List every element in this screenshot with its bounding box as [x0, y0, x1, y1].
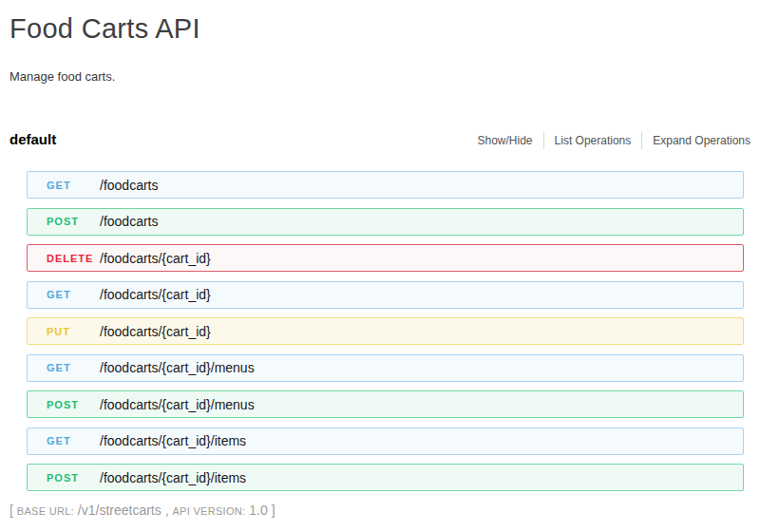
endpoint-row[interactable]: POST/foodcarts/{cart_id}/items	[27, 464, 744, 491]
footer-comma: ,	[165, 503, 169, 518]
expand-operations-link[interactable]: Expand Operations	[641, 132, 750, 149]
resource-section-header: default Show/Hide List Operations Expand…	[10, 131, 750, 149]
http-method-badge: DELETE	[47, 253, 100, 264]
endpoints-list: GET/foodcartsPOST/foodcartsDELETE/foodca…	[27, 171, 744, 491]
http-method-badge: GET	[47, 362, 100, 373]
http-method-badge: POST	[47, 472, 100, 484]
api-docs-page: Food Carts API Manage food carts. defaul…	[0, 0, 760, 532]
list-operations-link[interactable]: List Operations	[543, 132, 642, 149]
api-version-value: 1.0	[249, 503, 267, 518]
endpoint-row[interactable]: DELETE/foodcarts/{cart_id}	[27, 244, 744, 272]
endpoint-path-link[interactable]: /foodcarts/{cart_id}	[100, 251, 211, 266]
endpoint-path-link[interactable]: /foodcarts/{cart_id}/items	[100, 433, 246, 448]
endpoint-row[interactable]: GET/foodcarts/{cart_id}/menus	[27, 354, 744, 382]
endpoint-path-link[interactable]: /foodcarts/{cart_id}/items	[100, 470, 246, 485]
endpoint-path-link[interactable]: /foodcarts	[100, 178, 158, 193]
endpoint-path-link[interactable]: /foodcarts	[100, 214, 158, 229]
resource-name-default[interactable]: default	[10, 131, 56, 147]
api-version-label: API VERSION:	[172, 505, 245, 517]
http-method-badge: POST	[47, 399, 100, 410]
endpoint-row[interactable]: GET/foodcarts/{cart_id}/items	[27, 428, 744, 455]
endpoint-row[interactable]: POST/foodcarts/{cart_id}/menus	[27, 390, 744, 418]
endpoint-row[interactable]: GET/foodcarts	[27, 171, 744, 199]
footer-open-bracket: [	[10, 503, 13, 518]
http-method-badge: GET	[47, 180, 100, 191]
endpoint-path-link[interactable]: /foodcarts/{cart_id}	[100, 324, 211, 339]
endpoint-path-link[interactable]: /foodcarts/{cart_id}/menus	[100, 360, 255, 375]
footer-close-bracket: ]	[272, 503, 276, 518]
base-url-value: /v1/streetcarts	[78, 503, 162, 518]
page-title: Food Carts API	[10, 0, 750, 45]
http-method-badge: GET	[47, 289, 100, 300]
endpoint-path-link[interactable]: /foodcarts/{cart_id}/menus	[100, 397, 255, 412]
endpoint-row[interactable]: POST/foodcarts	[27, 208, 744, 236]
endpoint-row[interactable]: GET/foodcarts/{cart_id}	[27, 281, 744, 309]
operations-links: Show/Hide List Operations Expand Operati…	[478, 132, 750, 149]
http-method-badge: POST	[47, 216, 100, 227]
endpoint-path-link[interactable]: /foodcarts/{cart_id}	[100, 287, 211, 302]
endpoint-row[interactable]: PUT/foodcarts/{cart_id}	[27, 317, 744, 345]
http-method-badge: PUT	[47, 326, 100, 337]
show-hide-link[interactable]: Show/Hide	[478, 132, 543, 149]
base-url-label: BASE URL:	[17, 505, 74, 517]
http-method-badge: GET	[47, 435, 100, 446]
base-url-footer: [ BASE URL: /v1/streetcarts , API VERSIO…	[10, 503, 750, 518]
api-description: Manage food carts.	[10, 45, 750, 84]
